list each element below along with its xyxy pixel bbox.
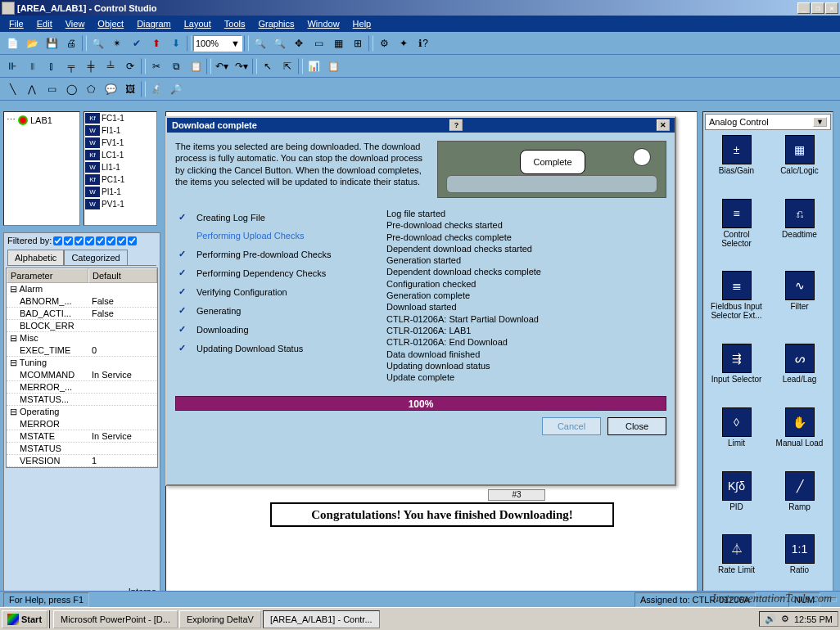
menu-tools[interactable]: Tools [219, 17, 251, 30]
param-row[interactable]: MERROR [7, 418, 157, 430]
hierarchy-tree[interactable]: ⋯ LAB1 [3, 111, 80, 226]
filter-checkbox[interactable] [96, 236, 105, 245]
ellipse-tool-icon[interactable]: ◯ [62, 80, 80, 98]
rotate-icon[interactable]: ⟳ [121, 57, 139, 75]
zoom-out-icon[interactable]: 🔍 [270, 34, 288, 52]
down-arrow-icon[interactable]: ⬇ [167, 34, 185, 52]
tray-icon[interactable]: ⚙ [781, 614, 789, 624]
param-row[interactable]: MSTATEIn Service [7, 430, 157, 443]
param-row[interactable]: MCOMMANDIn Service [7, 369, 157, 381]
up-arrow-icon[interactable]: ⬆ [147, 34, 165, 52]
redo-icon[interactable]: ↷▾ [233, 57, 251, 75]
menu-window[interactable]: Window [301, 17, 345, 30]
align-top-icon[interactable]: ╤ [62, 57, 80, 75]
align-mid-icon[interactable]: ╪ [82, 57, 100, 75]
tab-alphabetic[interactable]: Alphabetic [7, 250, 64, 265]
fit-view-icon[interactable]: ▭ [309, 34, 327, 52]
menu-diagram[interactable]: Diagram [131, 17, 177, 30]
block-item[interactable]: KfPC1-1 [84, 173, 156, 186]
block-list[interactable]: KfFC1-1WFI1-1WFV1-1KfLC1-1WLI1-1KfPC1-1W… [84, 111, 157, 226]
param-row[interactable]: BAD_ACTI...False [7, 308, 157, 320]
dialog-close-button[interactable]: ✕ [657, 119, 670, 131]
tab-categorized[interactable]: Categorized [64, 250, 127, 265]
param-group[interactable]: ⊟ Misc [7, 332, 157, 344]
start-button[interactable]: Start [2, 610, 47, 628]
overview-icon[interactable]: ▦ [329, 34, 347, 52]
help-icon[interactable]: ℹ? [414, 34, 432, 52]
filter-checkbox[interactable] [117, 236, 126, 245]
block-item[interactable]: WPV1-1 [84, 198, 156, 210]
close-dialog-button[interactable]: Close [607, 417, 666, 435]
menu-layout[interactable]: Layout [178, 17, 217, 30]
filter-checkbox[interactable] [53, 236, 62, 245]
tray-icon[interactable]: 🔊 [765, 614, 776, 624]
param-row[interactable]: VERSION1 [7, 455, 157, 467]
param-row[interactable]: MSTATUS... [7, 394, 157, 406]
filter-checkbox[interactable] [85, 236, 94, 245]
palette-item[interactable]: ᔕLead/Lag [770, 344, 829, 404]
param-group[interactable]: ⊟ Alarm [7, 283, 157, 295]
palette-category-dropdown[interactable]: Analog Control [705, 114, 831, 130]
param-row[interactable]: BLOCK_ERR [7, 320, 157, 332]
palette-item[interactable]: ≣Fieldbus Input Selector Ext... [707, 271, 766, 340]
column-parameter[interactable]: Parameter [7, 268, 88, 283]
open-icon[interactable]: 📂 [23, 34, 41, 52]
inspect-tool-icon[interactable]: 🔬 [147, 80, 165, 98]
palette-item[interactable]: ⎌Deadtime [770, 199, 829, 268]
grid-icon[interactable]: ⊞ [349, 34, 367, 52]
zoom-combobox[interactable]: 100%▼ [193, 35, 242, 52]
filter-checkbox[interactable] [75, 236, 84, 245]
palette-item[interactable]: ⇶Input Selector [707, 344, 766, 404]
palette-item[interactable]: 1:1Ratio [770, 534, 829, 595]
polyline-tool-icon[interactable]: ⋀ [23, 80, 41, 98]
menu-object[interactable]: Object [92, 17, 129, 30]
block-item[interactable]: WFI1-1 [84, 124, 156, 137]
param-row[interactable]: ABNORM_...False [7, 295, 157, 308]
param-group[interactable]: ⊟ Tuning [7, 357, 157, 369]
tool-icon[interactable]: ⚙ [375, 34, 393, 52]
copy-icon[interactable]: ⧉ [167, 57, 185, 75]
task-exploring-deltav[interactable]: Exploring DeltaV [179, 610, 261, 628]
save-icon[interactable]: 💾 [43, 34, 61, 52]
param-row[interactable]: MSTATUS [7, 443, 157, 455]
cut-icon[interactable]: ✂ [147, 57, 165, 75]
align-left-icon[interactable]: ⊪ [3, 57, 21, 75]
param-group[interactable]: ⊟ Operating [7, 406, 157, 418]
undo-icon[interactable]: ↶▾ [213, 57, 231, 75]
rect-tool-icon[interactable]: ▭ [43, 80, 61, 98]
zoom-area-icon[interactable]: ✥ [290, 34, 308, 52]
task-powerpoint[interactable]: Microsoft PowerPoint - [D... [53, 610, 178, 628]
palette-item[interactable]: ±Bias/Gain [707, 135, 766, 196]
print-icon[interactable]: 🖨 [62, 34, 80, 52]
palette-item[interactable]: ≡Control Selector [707, 199, 766, 268]
dialog-help-button[interactable]: ? [449, 119, 463, 131]
probe-icon[interactable]: ⇱ [278, 57, 296, 75]
line-tool-icon[interactable]: ╲ [3, 80, 21, 98]
parameter-grid[interactable]: Parameter Default ⊟ AlarmABNORM_...False… [6, 268, 158, 468]
palette-item[interactable]: ╱Ramp [770, 471, 829, 532]
menu-edit[interactable]: Edit [31, 17, 58, 30]
zoom-tool-icon[interactable]: 🔎 [167, 80, 185, 98]
menu-graphics[interactable]: Graphics [252, 17, 300, 30]
what-icon[interactable]: ✦ [395, 34, 413, 52]
clipboard-icon[interactable]: 📋 [324, 57, 342, 75]
cancel-button[interactable]: Cancel [542, 417, 601, 435]
minimize-button[interactable]: _ [797, 2, 811, 14]
tree-node-lab1[interactable]: ⋯ LAB1 [6, 114, 78, 126]
menu-file[interactable]: File [3, 17, 29, 30]
block-item[interactable]: WFV1-1 [84, 137, 156, 149]
new-icon[interactable]: 📄 [3, 34, 21, 52]
filter-checkbox[interactable] [128, 236, 137, 245]
callout-tool-icon[interactable]: 💬 [102, 80, 120, 98]
polygon-tool-icon[interactable]: ⬠ [82, 80, 100, 98]
menu-help[interactable]: Help [347, 17, 377, 30]
palette-item[interactable]: ⏃Rate Limit [707, 534, 766, 595]
system-tray[interactable]: 🔊 ⚙ 12:55 PM [759, 611, 838, 627]
palette-item[interactable]: K∫δPID [707, 471, 766, 532]
close-button[interactable]: ✕ [825, 2, 838, 14]
param-row[interactable]: MERROR_... [7, 381, 157, 394]
filter-checkbox[interactable] [106, 236, 115, 245]
palette-item[interactable]: ▦Calc/Logic [770, 135, 829, 196]
graphics-icon[interactable]: ✴ [108, 34, 126, 52]
align-center-icon[interactable]: ⫴ [23, 57, 41, 75]
